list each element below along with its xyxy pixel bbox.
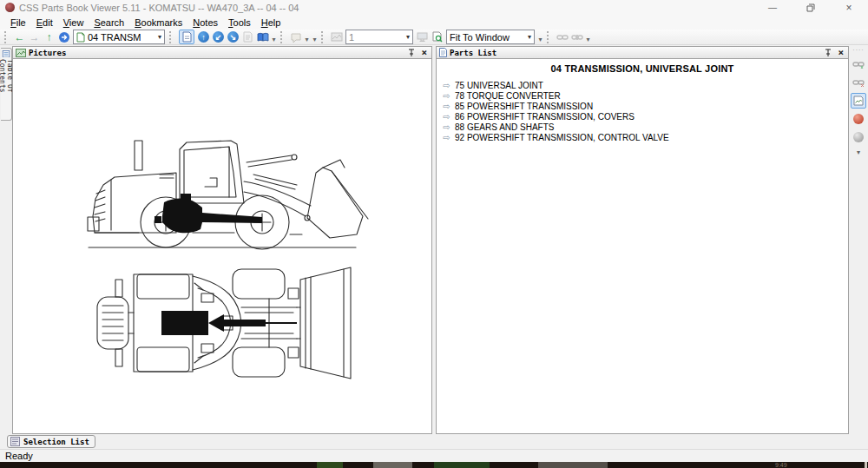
item-arrow-icon: ⇨ — [441, 133, 452, 142]
close-panel-icon[interactable]: × — [421, 49, 427, 56]
parts-list-item[interactable]: ⇨78 TORQUE CONVERTER — [437, 90, 848, 101]
monitor-icon — [417, 32, 428, 43]
tab-selection-list[interactable]: Selection List — [7, 435, 95, 448]
zoom-page-button[interactable] — [430, 30, 444, 44]
pictures-panel-header[interactable]: Pictures × — [12, 46, 432, 59]
status-bar: Ready — [0, 449, 868, 462]
item-arrow-icon: ⇨ — [441, 81, 452, 90]
item-label: 86 POWERSHIFT TRANSMISSION, COVERS — [455, 112, 635, 122]
menu-notes[interactable]: Notes — [187, 16, 223, 29]
minimize-button[interactable]: — — [753, 0, 792, 15]
back-button[interactable]: ← — [12, 30, 27, 44]
taskbar-patch — [538, 462, 608, 468]
parts-panel-header[interactable]: Parts List × — [436, 46, 849, 59]
picture-window-icon — [182, 31, 192, 43]
toolbar-overflow-icon[interactable]: ▾ — [584, 36, 592, 44]
right-toolbar-overflow-icon[interactable]: ▾ — [855, 148, 863, 157]
bookmark-book-icon — [257, 32, 269, 43]
parts-list-item[interactable]: ⇨86 POWERSHIFT TRANSMISSION, COVERS — [437, 111, 848, 122]
pictures-icon — [16, 49, 26, 57]
toolbar-grip[interactable] — [169, 31, 174, 43]
unlink-icon — [571, 33, 583, 42]
page-number-combo[interactable]: 1 ▾ — [345, 30, 413, 44]
toolbar-grip[interactable] — [321, 31, 326, 43]
item-label: 85 POWERSHIFT TRANSMISSION — [455, 102, 593, 111]
remove-link-button[interactable] — [851, 75, 866, 90]
parts-panel-title: Parts List — [450, 49, 496, 57]
restore-button[interactable] — [792, 0, 830, 15]
menu-bar: File Edit View Search Bookmarks Notes To… — [0, 15, 868, 30]
pin-icon[interactable] — [408, 49, 415, 57]
nav-up-icon: ↑ — [201, 33, 206, 42]
image-frame-icon — [331, 32, 343, 42]
menu-help[interactable]: Help — [256, 16, 286, 29]
image-frame-button[interactable] — [329, 30, 344, 44]
book-selector-dropdown-icon[interactable]: ▾ — [156, 33, 163, 41]
item-arrow-icon: ⇨ — [441, 112, 452, 122]
menu-search[interactable]: Search — [89, 16, 129, 29]
toolbar-overflow-icon[interactable]: ▾ — [270, 36, 278, 44]
link-icon — [556, 33, 569, 42]
item-arrow-icon: ⇨ — [441, 91, 452, 101]
toolbar-grip[interactable]: ···· — [852, 47, 864, 54]
parts-list-item[interactable]: ⇨85 POWERSHIFT TRANSMISSION — [437, 101, 848, 111]
taskbar-patch — [434, 462, 490, 468]
pictures-panel: Pictures × — [12, 46, 432, 434]
tab-label: Selection List — [23, 438, 89, 446]
note-icon — [291, 32, 301, 43]
toolbar-overflow-icon[interactable]: ▾ — [536, 36, 544, 44]
goto-page-icon — [58, 31, 70, 43]
text-page-button[interactable] — [240, 30, 255, 44]
page-number-dropdown-icon[interactable]: ▾ — [404, 33, 411, 41]
picture-view-button[interactable] — [851, 93, 866, 109]
link-button[interactable] — [555, 30, 569, 44]
hotspot-gray-button[interactable] — [851, 129, 866, 145]
chain-link-break-icon — [852, 78, 865, 88]
monitor-button[interactable] — [415, 30, 430, 44]
parts-list-icon — [439, 48, 447, 57]
nav-previous-circle-button[interactable]: ↙ — [213, 31, 224, 43]
picture-window-toggle[interactable] — [179, 30, 194, 44]
taskbar-patch — [865, 462, 867, 468]
nav-previous-icon: ↙ — [215, 33, 222, 42]
forward-button[interactable]: → — [27, 30, 42, 44]
parts-list-item[interactable]: ⇨92 POWERSHIFT TRANSMISSION, CONTROL VAL… — [437, 132, 848, 142]
add-link-button[interactable] — [851, 56, 866, 72]
forward-icon: → — [30, 31, 40, 43]
up-level-button[interactable]: ↑ — [42, 30, 56, 44]
zoom-mode-combo[interactable]: Fit To Window ▾ — [446, 30, 535, 44]
parts-list-item[interactable]: ⇨75 UNIVERSAL JOINT — [437, 80, 848, 90]
zoom-mode-dropdown-icon[interactable]: ▾ — [526, 33, 533, 41]
menu-tools[interactable]: Tools — [223, 16, 256, 29]
toolbar-grip[interactable] — [280, 31, 286, 43]
notes-dropdown-icon[interactable]: ▾ — [303, 36, 311, 44]
toolbar-grip[interactable] — [4, 31, 10, 43]
menu-view[interactable]: View — [58, 16, 89, 29]
book-selector[interactable]: 04 TRANSM ▾ — [73, 30, 165, 44]
close-button[interactable]: × — [830, 0, 868, 15]
close-panel-icon[interactable]: × — [838, 49, 844, 56]
goto-page-button[interactable] — [56, 30, 71, 44]
tab-table-of-contents[interactable]: Table Of Contents — [1, 48, 12, 121]
menu-file[interactable]: File — [5, 16, 31, 29]
toolbar-grip[interactable] — [547, 31, 552, 43]
main-toolbar: ← → ↑ 04 TRANSM ▾ ↑ ↙ ↘ ▾ ▾ ▾ — [0, 30, 868, 45]
hotspot-red-button[interactable] — [851, 111, 866, 127]
picture-page-icon — [853, 96, 864, 106]
item-label: 88 GEARS AND SHAFTS — [455, 122, 554, 132]
nav-next-circle-button[interactable]: ↘ — [227, 31, 239, 43]
menu-edit[interactable]: Edit — [31, 16, 58, 29]
taskbar-patch — [373, 462, 412, 468]
pin-icon[interactable] — [825, 49, 832, 57]
item-label: 92 POWERSHIFT TRANSMISSION, CONTROL VALV… — [455, 133, 669, 142]
nav-up-circle-button[interactable]: ↑ — [198, 31, 209, 43]
menu-bookmarks[interactable]: Bookmarks — [129, 16, 187, 29]
parts-list-item[interactable]: ⇨88 GEARS AND SHAFTS — [437, 122, 848, 132]
unlink-button[interactable] — [569, 30, 584, 44]
pictures-canvas[interactable] — [12, 59, 432, 434]
toolbar-overflow-icon[interactable]: ▾ — [311, 36, 319, 44]
book-page-icon — [76, 32, 85, 43]
notes-button[interactable] — [288, 30, 303, 44]
bookmark-book-button[interactable] — [255, 30, 270, 44]
up-icon: ↑ — [47, 31, 52, 43]
